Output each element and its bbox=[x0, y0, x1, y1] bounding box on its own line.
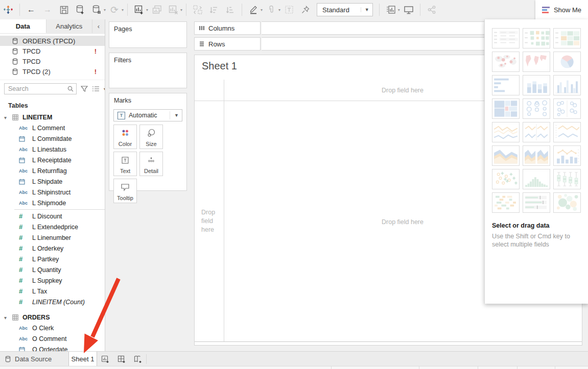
show-me-packed-bubbles[interactable] bbox=[553, 192, 581, 213]
search-input[interactable]: Search bbox=[4, 83, 77, 94]
show-me-bullet-graph[interactable] bbox=[523, 192, 550, 213]
mark-type-dropdown[interactable]: T Automatic ▼ bbox=[113, 109, 182, 121]
redo-icon[interactable]: → bbox=[41, 2, 54, 17]
show-me-discrete-line-single[interactable] bbox=[553, 122, 581, 142]
show-me-box-and-whisker[interactable] bbox=[553, 169, 581, 189]
field-item[interactable]: # L Quantity bbox=[0, 264, 105, 275]
show-me-discrete-area[interactable] bbox=[523, 145, 550, 166]
field-item[interactable]: # L Tax bbox=[0, 286, 105, 297]
field-item[interactable]: Abc L Comment bbox=[0, 122, 105, 133]
chevron-down-icon[interactable]: ▾ bbox=[4, 315, 11, 321]
tab-data[interactable]: Data bbox=[0, 19, 46, 33]
show-me-text-table[interactable] bbox=[492, 28, 520, 48]
sort-ascending-icon[interactable] bbox=[207, 2, 221, 17]
fit-selector[interactable]: Standard ▼ bbox=[317, 3, 373, 16]
fix-axes-icon[interactable] bbox=[265, 2, 278, 17]
new-worksheet-tab-icon[interactable] bbox=[97, 352, 113, 366]
share-icon[interactable] bbox=[425, 2, 438, 17]
show-mark-labels-icon[interactable] bbox=[384, 2, 397, 17]
refresh-caret[interactable]: ▾ bbox=[122, 8, 124, 12]
datasource-item[interactable]: TPCD bbox=[0, 56, 105, 66]
swap-axes-icon[interactable] bbox=[191, 2, 204, 17]
save-icon[interactable] bbox=[57, 2, 70, 17]
text-mark-button[interactable]: Text bbox=[113, 152, 137, 176]
show-me-symbol-map[interactable] bbox=[492, 52, 520, 72]
show-me-dual-combination[interactable] bbox=[553, 145, 581, 166]
new-datasource-icon[interactable] bbox=[74, 2, 87, 17]
show-me-button[interactable]: Show Me bbox=[535, 0, 588, 19]
show-me-treemap[interactable] bbox=[492, 99, 520, 119]
field-item[interactable]: # LINEITEM (Count) bbox=[0, 297, 105, 307]
show-me-circle-views[interactable] bbox=[523, 99, 550, 119]
field-item[interactable]: # L Partkey bbox=[0, 254, 105, 264]
show-me-horizontal-bars[interactable] bbox=[492, 75, 520, 95]
field-item[interactable]: # L Linenumber bbox=[0, 232, 105, 243]
show-me-pie-chart[interactable] bbox=[553, 52, 581, 72]
pages-shelf[interactable]: Pages bbox=[109, 21, 187, 48]
pause-updates-icon[interactable] bbox=[90, 2, 103, 17]
detail-mark-button[interactable]: Detail bbox=[139, 152, 163, 176]
field-item[interactable]: # L Orderkey bbox=[0, 243, 105, 254]
table-header-orders[interactable]: ▾ ORDERS bbox=[0, 312, 105, 323]
field-item[interactable]: # L Suppkey bbox=[0, 275, 105, 286]
field-item[interactable]: # L Discount bbox=[0, 211, 105, 222]
sort-descending-icon[interactable] bbox=[224, 2, 237, 17]
show-me-filled-map[interactable] bbox=[523, 52, 550, 72]
field-item[interactable]: O Orderdate bbox=[0, 344, 105, 351]
datasource-item[interactable]: ORDERS (TPCD) bbox=[0, 36, 105, 46]
datasource-item[interactable]: TPCD (2)! bbox=[0, 66, 105, 77]
new-worksheet-caret[interactable]: ▾ bbox=[146, 8, 148, 12]
tab-analytics[interactable]: Analytics bbox=[46, 19, 93, 33]
field-item[interactable]: Abc L Shipmode bbox=[0, 198, 105, 208]
show-me-heatmap[interactable] bbox=[523, 28, 550, 48]
field-item[interactable]: Abc O Comment bbox=[0, 333, 105, 344]
show-me-gantt-chart[interactable] bbox=[492, 192, 520, 213]
field-item[interactable]: # L Extendedprice bbox=[0, 222, 105, 232]
refresh-icon[interactable]: ⟳ bbox=[108, 2, 121, 17]
new-story-tab-icon[interactable] bbox=[130, 352, 146, 366]
show-me-histogram[interactable] bbox=[523, 169, 550, 189]
table-header-lineitem[interactable]: ▾ LINEITEM bbox=[0, 112, 105, 122]
show-me-highlight-table[interactable] bbox=[553, 28, 581, 48]
field-item[interactable]: L Shipdate bbox=[0, 176, 105, 187]
tableau-logo[interactable] bbox=[2, 2, 15, 17]
pin-icon[interactable] bbox=[299, 2, 312, 17]
show-me-scatter-plot[interactable] bbox=[492, 169, 520, 189]
show-me-stacked-bars[interactable] bbox=[523, 75, 550, 95]
field-item[interactable]: L Commitdate bbox=[0, 133, 105, 144]
size-mark-button[interactable]: Size bbox=[139, 125, 163, 149]
clear-sheet-icon[interactable] bbox=[167, 2, 180, 17]
undo-icon[interactable]: ← bbox=[25, 2, 38, 17]
highlight-caret[interactable]: ▾ bbox=[261, 8, 263, 12]
show-me-discrete-lines[interactable] bbox=[523, 122, 550, 142]
show-me-side-by-side-bars[interactable] bbox=[553, 75, 581, 95]
format-text-icon[interactable] bbox=[283, 2, 296, 17]
pause-updates-caret[interactable]: ▾ bbox=[104, 8, 106, 12]
fit-selector-caret[interactable]: ▼ bbox=[361, 7, 369, 12]
field-item[interactable]: L Receiptdate bbox=[0, 155, 105, 165]
mark-type-caret[interactable]: ▼ bbox=[170, 111, 180, 119]
show-me-continuous-area[interactable] bbox=[492, 145, 520, 166]
presentation-mode-icon[interactable] bbox=[402, 2, 415, 17]
field-item[interactable]: Abc L Shipinstruct bbox=[0, 187, 105, 198]
tooltip-mark-button[interactable]: Tooltip bbox=[113, 179, 137, 203]
filter-fields-icon[interactable] bbox=[81, 86, 88, 92]
filters-shelf[interactable]: Filters bbox=[109, 53, 187, 88]
tab-sheet-1[interactable]: Sheet 1 bbox=[68, 352, 97, 366]
fix-axes-caret[interactable]: ▾ bbox=[278, 8, 280, 12]
chevron-down-icon[interactable]: ▾ bbox=[4, 115, 11, 120]
duplicate-sheet-icon[interactable] bbox=[150, 2, 163, 17]
show-me-side-by-side-circles[interactable] bbox=[553, 99, 581, 119]
color-mark-button[interactable]: Color bbox=[113, 125, 137, 149]
field-item[interactable]: Abc L Returnflag bbox=[0, 165, 105, 176]
new-dashboard-tab-icon[interactable] bbox=[113, 352, 130, 366]
new-worksheet-icon[interactable] bbox=[132, 2, 146, 17]
clear-sheet-caret[interactable]: ▾ bbox=[180, 8, 182, 12]
datasource-item[interactable]: TPCD! bbox=[0, 46, 105, 56]
field-item[interactable]: Abc L Linestatus bbox=[0, 144, 105, 155]
tab-data-source[interactable]: Data Source bbox=[0, 352, 61, 366]
field-item[interactable]: Abc O Clerk bbox=[0, 323, 105, 333]
show-mark-labels-caret[interactable]: ▾ bbox=[398, 8, 400, 12]
collapse-pane-icon[interactable]: ‹ bbox=[92, 19, 105, 33]
highlight-icon[interactable] bbox=[247, 2, 260, 17]
